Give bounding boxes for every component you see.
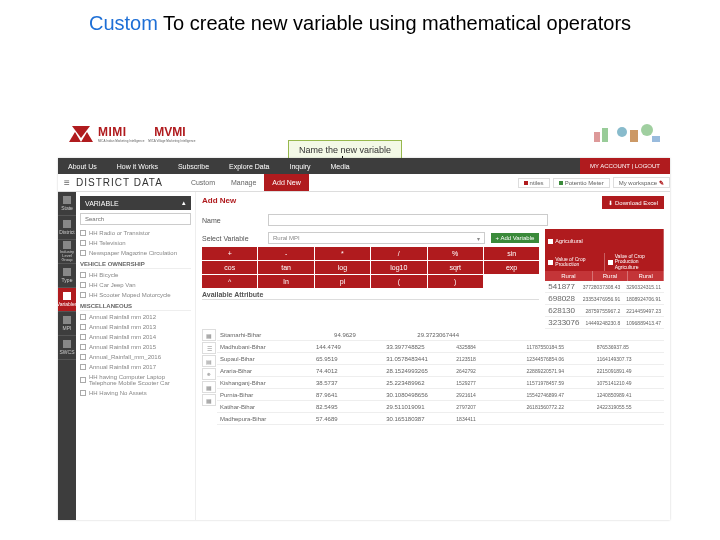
op-ln[interactable]: ln — [258, 275, 313, 288]
table-cell: 1834411 — [453, 413, 523, 424]
name-input[interactable] — [268, 214, 548, 226]
table-cell: 65.9519 — [313, 353, 383, 364]
op-sin[interactable]: sin — [484, 247, 539, 260]
content: Add New ⬇Download Excel Name Select Vari… — [196, 192, 670, 520]
tab-custom[interactable]: Custom — [183, 174, 223, 191]
sidebar-item[interactable]: HH having Computer Laptop Telephone Mobi… — [80, 372, 191, 388]
svg-rect-3 — [594, 132, 600, 142]
tab-add-new[interactable]: Add New — [264, 174, 308, 191]
op-cos[interactable]: cos — [202, 261, 257, 274]
op-sqrt[interactable]: sqrt — [428, 261, 483, 274]
row-icon[interactable]: ☰ — [202, 342, 216, 354]
table-cell: 22889220571.94 — [524, 365, 594, 376]
nav-how[interactable]: How it Works — [107, 158, 168, 174]
checkbox[interactable] — [80, 354, 86, 360]
operator-grid: + - * / % sin cos tan log log10 sqrt exp… — [202, 247, 539, 288]
op-exp[interactable]: exp — [484, 261, 539, 274]
sidebar-item[interactable]: HH Bicycle — [80, 270, 191, 280]
table-cell: 1240850989.41 — [594, 389, 664, 400]
sidebar-item[interactable]: Annual Rainfall mm 2013 — [80, 322, 191, 332]
sidebar-item[interactable]: Annual Rainfall mm 2012 — [80, 312, 191, 322]
row-icon[interactable]: ▦ — [202, 329, 216, 341]
table-cell: Katihar-Bihar — [217, 401, 313, 412]
op-plus[interactable]: + — [202, 247, 257, 260]
sidebar-item[interactable]: HH Having No Assets — [80, 388, 191, 398]
checkbox[interactable] — [80, 344, 86, 350]
rail-variables[interactable]: Variables — [58, 288, 76, 312]
checkbox[interactable] — [80, 250, 86, 256]
table-cell: 31.0578483441 — [383, 353, 453, 364]
mimi-logo: MIMI MICA Indian Marketing Intelligence — [98, 125, 144, 143]
checkbox[interactable] — [80, 334, 86, 340]
download-excel-button[interactable]: ⬇Download Excel — [602, 196, 664, 209]
menu-icon[interactable]: ≡ — [58, 177, 76, 188]
op-div[interactable]: / — [371, 247, 426, 260]
op-log[interactable]: log — [315, 261, 370, 274]
op-pow[interactable]: ^ — [202, 275, 257, 288]
op-pi[interactable]: pi — [315, 275, 370, 288]
rail-mpi[interactable]: MPI — [58, 312, 76, 336]
sidebar-item[interactable]: Annual_Rainfall_mm_2016 — [80, 352, 191, 362]
nav-explore[interactable]: Explore Data — [219, 158, 279, 174]
nav-account[interactable]: MY ACCOUNT | LOGOUT — [580, 158, 670, 174]
mvmi-logo: MVMI MICA Village Marketing Intelligence — [148, 125, 195, 143]
tab-manage[interactable]: Manage — [223, 174, 264, 191]
svg-rect-4 — [602, 128, 608, 142]
checkbox[interactable] — [80, 292, 86, 298]
table-cell: 33.397748825 — [383, 341, 453, 352]
op-mult[interactable]: * — [315, 247, 370, 260]
row-icon[interactable]: ▦ — [202, 394, 216, 406]
checkbox[interactable] — [80, 377, 86, 383]
rail-state[interactable]: State — [58, 192, 76, 216]
right-illustration-icon — [592, 122, 662, 144]
row-icon[interactable]: ⎈ — [202, 368, 216, 380]
select-variable-dropdown[interactable]: Rural MPI▾ — [268, 232, 485, 244]
chevron-up-icon[interactable]: ▴ — [182, 199, 186, 207]
sidebar-item[interactable]: HH Radio or Transistor — [80, 228, 191, 238]
checkbox[interactable] — [80, 272, 86, 278]
checkbox[interactable] — [80, 390, 86, 396]
checkbox[interactable] — [80, 364, 86, 370]
op-lp[interactable]: ( — [371, 275, 426, 288]
chip-workspace[interactable]: My workspace✎ — [613, 177, 670, 188]
table-cell: 11787550184.55 — [524, 341, 594, 352]
op-rp[interactable]: ) — [428, 275, 483, 288]
svg-rect-6 — [630, 130, 638, 142]
table-cell — [594, 413, 664, 424]
rail-type[interactable]: Type — [58, 264, 76, 288]
sidebar-item[interactable]: HH Scooter Moped Motorcycle — [80, 290, 191, 300]
table-cell: 144.4749 — [313, 341, 383, 352]
sidebar-item[interactable]: HH Television — [80, 238, 191, 248]
op-log10[interactable]: log10 — [371, 261, 426, 274]
sidebar-item[interactable]: Annual Rainfall mm 2017 — [80, 362, 191, 372]
chip-potentio[interactable]: Potentio Meter — [553, 178, 610, 188]
row-icon[interactable]: ▦ — [202, 381, 216, 393]
checkbox[interactable] — [80, 282, 86, 288]
row-icon[interactable]: ▤ — [202, 355, 216, 367]
rail-district[interactable]: District — [58, 216, 76, 240]
nav-about[interactable]: About Us — [58, 158, 107, 174]
sidebar-item[interactable]: Annual Rainfall mm 2014 — [80, 332, 191, 342]
checkbox[interactable] — [80, 240, 86, 246]
op-pct[interactable]: % — [428, 247, 483, 260]
add-variable-button[interactable]: + Add Variable — [491, 233, 540, 243]
search-input[interactable] — [80, 213, 191, 225]
table-cell: 2797207 — [453, 401, 523, 412]
sidebar-section: MISCELLANEOUS — [80, 303, 191, 311]
op-minus[interactable]: - — [258, 247, 313, 260]
sidebar-item[interactable]: HH Car Jeep Van — [80, 280, 191, 290]
checkbox[interactable] — [80, 230, 86, 236]
checkbox[interactable] — [80, 314, 86, 320]
checkbox[interactable] — [80, 324, 86, 330]
rail-swcs[interactable]: SWCS — [58, 336, 76, 360]
chip-ntiles[interactable]: ntiles — [518, 178, 550, 188]
table-cell: Madhepura-Bihar — [217, 413, 313, 424]
nav-subscribe[interactable]: Subscribe — [168, 158, 219, 174]
op-tan[interactable]: tan — [258, 261, 313, 274]
rail-industry[interactable]: Industry Level Group — [58, 240, 76, 264]
nav-inquiry[interactable]: Inquiry — [280, 158, 321, 174]
sidebar-item[interactable]: Annual Rainfall mm 2015 — [80, 342, 191, 352]
nav-media[interactable]: Media — [321, 158, 360, 174]
sidebar-item[interactable]: Newspaper Magazine Circulation — [80, 248, 191, 258]
table-row: Madhubani-Bihar144.474933.39774882543258… — [217, 341, 664, 353]
